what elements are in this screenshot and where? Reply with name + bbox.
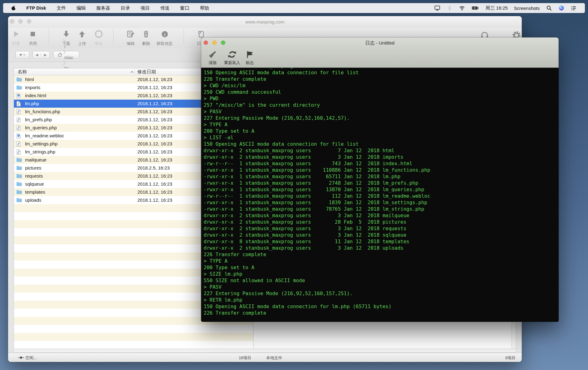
file-date: 2018.1.12, 16:23 xyxy=(137,93,172,98)
forward-button[interactable]: ▶ xyxy=(41,53,50,57)
abort-button[interactable]: 中止 xyxy=(82,29,116,46)
file-name: mailqueue xyxy=(25,157,46,162)
local-item-count: 8项目 xyxy=(485,355,516,361)
flag-button[interactable]: 标志 xyxy=(245,50,254,66)
svg-text:PHP: PHP xyxy=(17,153,20,154)
history-nav: ◀ ▶ xyxy=(32,51,50,58)
menu-item-编辑[interactable]: 编辑 xyxy=(71,5,91,11)
heart-icon: ♥ xyxy=(19,52,22,57)
menu-item-服务器[interactable]: 服务器 xyxy=(91,5,115,11)
apple-icon xyxy=(11,5,17,11)
info-icon: i xyxy=(148,29,182,39)
breadcrumb-chevron-icon xyxy=(63,49,66,55)
column-divider[interactable] xyxy=(134,69,135,75)
page-php-icon: PHP xyxy=(16,149,21,155)
menu-item-文件[interactable]: 文件 xyxy=(51,5,71,11)
menu-item-窗口[interactable]: 窗口 xyxy=(175,5,195,11)
local-files-label: 本地文件 xyxy=(266,355,282,361)
file-name: html xyxy=(25,77,34,82)
page-php-icon: PHP xyxy=(16,141,21,147)
reload-icon xyxy=(224,50,240,59)
file-date: 2018.1.12, 16:23 xyxy=(137,125,172,130)
close-button[interactable]: 关闭 xyxy=(16,29,50,46)
column-header-name[interactable]: 名称 xyxy=(18,69,27,75)
empty-row xyxy=(14,333,253,341)
log-window: 日志 - Untitled 清除 重新装入 标志 drwxr-xr-x 2 st… xyxy=(201,37,559,322)
menu-items: FTP Disk文件编辑服务器目录项目传送窗口帮助 xyxy=(21,5,214,11)
file-name: templates xyxy=(25,189,45,195)
breadcrumb-segment[interactable]: / xyxy=(63,44,67,49)
page-php-icon: PHP xyxy=(16,109,21,114)
display-icon[interactable] xyxy=(434,5,440,11)
folder-icon xyxy=(16,174,22,178)
menu-item-传送[interactable]: 传送 xyxy=(155,5,175,11)
svg-text:PHP: PHP xyxy=(17,113,20,114)
breadcrumb-chevron-icon xyxy=(63,60,66,66)
menu-left: FTP Disk文件编辑服务器目录项目传送窗口帮助 xyxy=(3,5,214,11)
svg-text:PHP: PHP xyxy=(17,105,20,106)
menu-screenshots[interactable]: Screenshots xyxy=(514,6,540,11)
svg-text:PHP: PHP xyxy=(17,145,20,146)
breadcrumb-chevron-icon xyxy=(63,39,66,44)
status-idle-text: 空闲... xyxy=(25,355,37,361)
folder-icon xyxy=(16,77,22,82)
status-bar: 空闲... 16项目 本地文件 8项目 xyxy=(8,353,522,362)
menu-bar: FTP Disk文件编辑服务器目录项目传送窗口帮助 周三 16:25 Scree… xyxy=(3,3,585,13)
file-date: 2018.1.12, 16:23 xyxy=(137,173,172,179)
menu-item-帮助[interactable]: 帮助 xyxy=(195,5,214,11)
menu-status-area: 周三 16:25 Screenshots xyxy=(434,5,585,11)
file-date: 2018.1.12, 16:23 xyxy=(137,117,172,122)
file-date: 2018.1.12, 16:23 xyxy=(137,77,172,82)
ftp-log-terminal[interactable]: drwxr-xr-x 2 stanbusk_maxprog users 3 Ja… xyxy=(201,68,559,322)
page-globe-icon xyxy=(16,133,21,139)
battery-icon[interactable] xyxy=(471,5,479,11)
page-php-icon: PHP xyxy=(16,101,21,106)
horizontal-scrollbar[interactable] xyxy=(14,349,516,353)
siri-icon[interactable] xyxy=(558,5,564,11)
back-button[interactable]: ◀ xyxy=(33,53,41,57)
file-name: requests xyxy=(25,173,43,179)
file-date: 2018.1.12, 16:23 xyxy=(137,157,172,162)
flag-icon xyxy=(245,50,254,59)
file-name: lm_functions.php xyxy=(25,109,60,114)
file-name: lm_strings.php xyxy=(25,149,55,154)
breadcrumb-segment[interactable]: misc xyxy=(63,55,75,60)
idle-status-icon xyxy=(18,356,24,359)
wifi-icon[interactable] xyxy=(459,5,465,11)
breadcrumb[interactable]: /misclm xyxy=(53,51,79,58)
file-date: 2018.1.12, 16:23 xyxy=(137,141,172,146)
notification-list-icon[interactable] xyxy=(571,5,577,11)
reload-button[interactable]: 重新装入 xyxy=(224,50,240,66)
brush-icon xyxy=(208,50,217,59)
file-date: 2018.1.12, 16:23 xyxy=(137,189,172,195)
bluetooth-icon[interactable] xyxy=(447,5,453,11)
clear-button[interactable]: 清除 xyxy=(208,50,217,66)
terminal-text: drwxr-xr-x 2 stanbusk_maxprog users 3 Ja… xyxy=(201,68,559,316)
search-icon[interactable] xyxy=(546,5,552,11)
folder-icon xyxy=(16,190,22,194)
stop-icon xyxy=(16,29,50,39)
svg-text:i: i xyxy=(164,32,165,37)
menu-item-项目[interactable]: 项目 xyxy=(135,5,155,11)
svg-text:PHP: PHP xyxy=(17,121,20,122)
octagon-icon xyxy=(82,29,116,39)
file-name: lm_settings.php xyxy=(25,141,58,146)
info-button[interactable]: i 获取信息 xyxy=(148,29,182,46)
page-globe-icon xyxy=(16,93,21,98)
file-name: lm_prefs.php xyxy=(25,117,52,122)
apple-menu[interactable] xyxy=(7,5,21,11)
file-date: 2018.1.12, 16:23 xyxy=(137,85,172,90)
menu-item-目录[interactable]: 目录 xyxy=(115,5,135,11)
folder-icon xyxy=(16,85,22,90)
main-titlebar[interactable]: www.maxprog.com xyxy=(8,16,522,28)
menu-clock[interactable]: 周三 16:25 xyxy=(486,5,508,11)
file-date: 2018.1.12, 16:23 xyxy=(137,101,172,106)
file-date: 2018.1.12, 16:23 xyxy=(137,197,172,203)
favorites-menu-button[interactable]: ♥▼ xyxy=(15,51,29,58)
log-titlebar-toolbar[interactable]: 日志 - Untitled 清除 重新装入 标志 xyxy=(201,37,559,68)
menu-item-app[interactable]: FTP Disk xyxy=(21,5,51,11)
folder-icon xyxy=(16,166,22,170)
chevron-down-icon: ▼ xyxy=(23,54,25,56)
column-header-date[interactable]: 修改日期 xyxy=(137,69,156,75)
file-name: lm.php xyxy=(25,101,39,106)
